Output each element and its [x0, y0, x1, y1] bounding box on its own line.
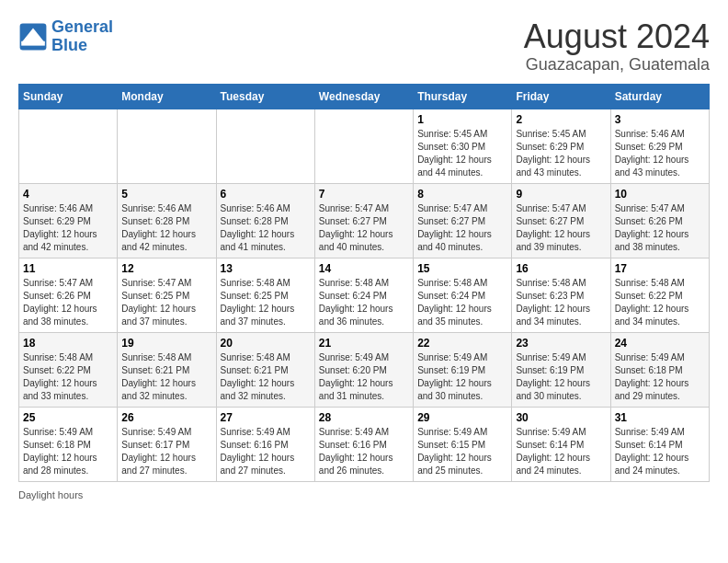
day-info: Sunrise: 5:48 AMSunset: 6:21 PMDaylight:…: [221, 351, 311, 403]
logo: General Blue: [18, 18, 113, 55]
day-header-wednesday: Wednesday: [314, 84, 413, 109]
day-number: 27: [221, 411, 311, 424]
svg-rect-2: [21, 41, 45, 46]
day-number: 3: [615, 113, 705, 126]
day-header-friday: Friday: [512, 84, 610, 109]
calendar-table: SundayMondayTuesdayWednesdayThursdayFrid…: [18, 84, 710, 482]
calendar-cell: 21Sunrise: 5:49 AMSunset: 6:20 PMDayligh…: [314, 332, 413, 407]
day-number: 23: [516, 337, 606, 350]
calendar-cell: 11Sunrise: 5:47 AMSunset: 6:26 PMDayligh…: [19, 258, 118, 332]
day-number: 22: [417, 337, 507, 350]
calendar-cell: 25Sunrise: 5:49 AMSunset: 6:18 PMDayligh…: [19, 407, 118, 481]
day-number: 13: [221, 262, 311, 275]
calendar-cell: [118, 109, 216, 183]
day-number: 12: [121, 262, 211, 275]
day-number: 9: [516, 188, 606, 201]
day-info: Sunrise: 5:45 AMSunset: 6:29 PMDaylight:…: [516, 128, 606, 179]
calendar-cell: 24Sunrise: 5:49 AMSunset: 6:18 PMDayligh…: [610, 332, 709, 407]
day-number: 7: [319, 188, 409, 201]
day-info: Sunrise: 5:49 AMSunset: 6:17 PMDaylight:…: [121, 426, 211, 477]
calendar-cell: 18Sunrise: 5:48 AMSunset: 6:22 PMDayligh…: [19, 332, 118, 407]
day-info: Sunrise: 5:45 AMSunset: 6:30 PMDaylight:…: [417, 128, 507, 179]
calendar-cell: 15Sunrise: 5:48 AMSunset: 6:24 PMDayligh…: [414, 258, 512, 332]
calendar-cell: 27Sunrise: 5:49 AMSunset: 6:16 PMDayligh…: [216, 407, 314, 481]
calendar-cell: 12Sunrise: 5:47 AMSunset: 6:25 PMDayligh…: [118, 258, 216, 332]
day-header-thursday: Thursday: [414, 84, 512, 109]
calendar-subtitle: Guazacapan, Guatemala: [524, 55, 710, 75]
logo-line1: General: [51, 17, 113, 36]
page-header: General Blue August 2024 Guazacapan, Gua…: [18, 18, 710, 75]
day-number: 4: [23, 188, 113, 201]
logo-icon: [18, 22, 48, 52]
calendar-cell: 17Sunrise: 5:48 AMSunset: 6:22 PMDayligh…: [610, 258, 709, 332]
week-row-2: 4Sunrise: 5:46 AMSunset: 6:29 PMDaylight…: [19, 183, 710, 258]
day-info: Sunrise: 5:48 AMSunset: 6:24 PMDaylight:…: [319, 277, 409, 328]
calendar-cell: 3Sunrise: 5:46 AMSunset: 6:29 PMDaylight…: [610, 109, 709, 183]
day-info: Sunrise: 5:49 AMSunset: 6:16 PMDaylight:…: [221, 426, 311, 477]
day-info: Sunrise: 5:47 AMSunset: 6:27 PMDaylight:…: [516, 202, 606, 254]
day-info: Sunrise: 5:46 AMSunset: 6:28 PMDaylight:…: [221, 202, 311, 254]
logo-line2: Blue: [51, 36, 87, 54]
day-number: 20: [221, 337, 311, 350]
day-number: 11: [23, 262, 113, 275]
week-row-4: 18Sunrise: 5:48 AMSunset: 6:22 PMDayligh…: [19, 332, 710, 407]
day-info: Sunrise: 5:47 AMSunset: 6:25 PMDaylight:…: [121, 277, 211, 328]
day-info: Sunrise: 5:49 AMSunset: 6:15 PMDaylight:…: [417, 426, 507, 477]
day-number: 18: [23, 337, 113, 350]
day-info: Sunrise: 5:48 AMSunset: 6:24 PMDaylight:…: [417, 277, 507, 328]
calendar-cell: 20Sunrise: 5:48 AMSunset: 6:21 PMDayligh…: [216, 332, 314, 407]
day-info: Sunrise: 5:49 AMSunset: 6:18 PMDaylight:…: [615, 351, 705, 403]
day-info: Sunrise: 5:49 AMSunset: 6:14 PMDaylight:…: [615, 426, 705, 477]
day-info: Sunrise: 5:48 AMSunset: 6:25 PMDaylight:…: [221, 277, 311, 328]
calendar-cell: 31Sunrise: 5:49 AMSunset: 6:14 PMDayligh…: [610, 407, 709, 481]
calendar-title: August 2024: [524, 18, 710, 55]
day-number: 25: [23, 411, 113, 424]
week-row-1: 1Sunrise: 5:45 AMSunset: 6:30 PMDaylight…: [19, 109, 710, 183]
calendar-cell: 5Sunrise: 5:46 AMSunset: 6:28 PMDaylight…: [118, 183, 216, 258]
calendar-cell: 9Sunrise: 5:47 AMSunset: 6:27 PMDaylight…: [512, 183, 610, 258]
day-number: 16: [516, 262, 606, 275]
day-info: Sunrise: 5:48 AMSunset: 6:22 PMDaylight:…: [615, 277, 705, 328]
week-row-5: 25Sunrise: 5:49 AMSunset: 6:18 PMDayligh…: [19, 407, 710, 481]
day-info: Sunrise: 5:49 AMSunset: 6:20 PMDaylight:…: [319, 351, 409, 403]
day-info: Sunrise: 5:49 AMSunset: 6:14 PMDaylight:…: [516, 426, 606, 477]
day-number: 29: [417, 411, 507, 424]
day-header-tuesday: Tuesday: [216, 84, 314, 109]
day-info: Sunrise: 5:49 AMSunset: 6:19 PMDaylight:…: [417, 351, 507, 403]
day-info: Sunrise: 5:46 AMSunset: 6:29 PMDaylight:…: [615, 128, 705, 179]
calendar-cell: 13Sunrise: 5:48 AMSunset: 6:25 PMDayligh…: [216, 258, 314, 332]
calendar-cell: [19, 109, 118, 183]
calendar-cell: 30Sunrise: 5:49 AMSunset: 6:14 PMDayligh…: [512, 407, 610, 481]
calendar-cell: 8Sunrise: 5:47 AMSunset: 6:27 PMDaylight…: [414, 183, 512, 258]
day-header-saturday: Saturday: [610, 84, 709, 109]
day-number: 10: [615, 188, 705, 201]
day-number: 24: [615, 337, 705, 350]
day-header-monday: Monday: [118, 84, 216, 109]
day-info: Sunrise: 5:49 AMSunset: 6:19 PMDaylight:…: [516, 351, 606, 403]
calendar-cell: 6Sunrise: 5:46 AMSunset: 6:28 PMDaylight…: [216, 183, 314, 258]
day-info: Sunrise: 5:49 AMSunset: 6:16 PMDaylight:…: [319, 426, 409, 477]
logo-text: General Blue: [51, 18, 113, 55]
day-info: Sunrise: 5:46 AMSunset: 6:29 PMDaylight:…: [23, 202, 113, 254]
day-number: 8: [417, 188, 507, 201]
calendar-cell: 28Sunrise: 5:49 AMSunset: 6:16 PMDayligh…: [314, 407, 413, 481]
calendar-cell: 2Sunrise: 5:45 AMSunset: 6:29 PMDaylight…: [512, 109, 610, 183]
legend: Daylight hours: [18, 489, 710, 500]
day-number: 6: [221, 188, 311, 201]
day-info: Sunrise: 5:47 AMSunset: 6:26 PMDaylight:…: [615, 202, 705, 254]
day-number: 19: [121, 337, 211, 350]
calendar-cell: 1Sunrise: 5:45 AMSunset: 6:30 PMDaylight…: [414, 109, 512, 183]
calendar-cell: [216, 109, 314, 183]
day-info: Sunrise: 5:49 AMSunset: 6:18 PMDaylight:…: [23, 426, 113, 477]
week-row-3: 11Sunrise: 5:47 AMSunset: 6:26 PMDayligh…: [19, 258, 710, 332]
day-number: 28: [319, 411, 409, 424]
day-number: 26: [121, 411, 211, 424]
day-number: 2: [516, 113, 606, 126]
calendar-cell: 26Sunrise: 5:49 AMSunset: 6:17 PMDayligh…: [118, 407, 216, 481]
calendar-cell: 4Sunrise: 5:46 AMSunset: 6:29 PMDaylight…: [19, 183, 118, 258]
calendar-cell: 14Sunrise: 5:48 AMSunset: 6:24 PMDayligh…: [314, 258, 413, 332]
calendar-cell: 19Sunrise: 5:48 AMSunset: 6:21 PMDayligh…: [118, 332, 216, 407]
title-block: August 2024 Guazacapan, Guatemala: [524, 18, 710, 75]
day-info: Sunrise: 5:48 AMSunset: 6:22 PMDaylight:…: [23, 351, 113, 403]
day-info: Sunrise: 5:47 AMSunset: 6:26 PMDaylight:…: [23, 277, 113, 328]
